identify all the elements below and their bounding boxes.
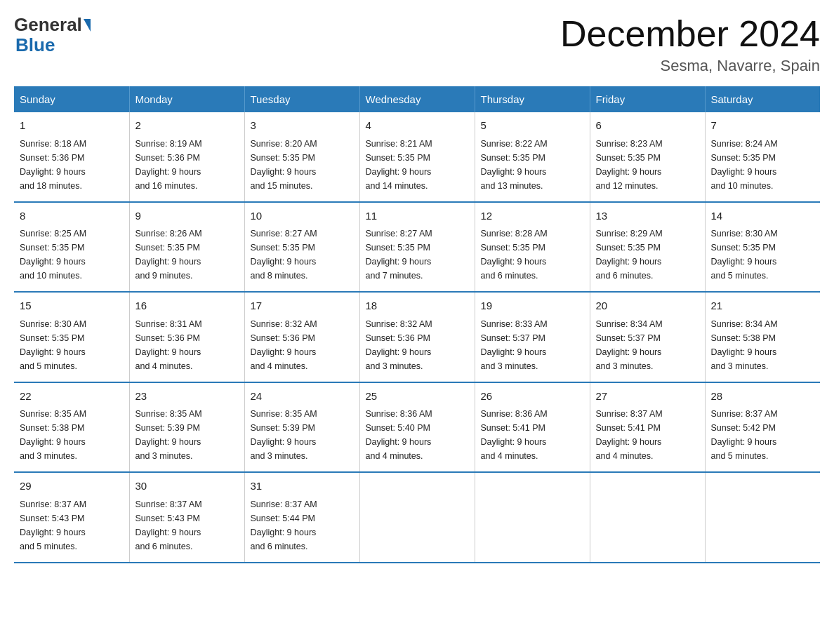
day-number: 29 — [20, 478, 124, 495]
calendar-cell: 7Sunrise: 8:24 AMSunset: 5:35 PMDaylight… — [705, 112, 820, 202]
day-number: 13 — [596, 208, 699, 224]
day-number: 1 — [20, 118, 124, 134]
day-info: Sunrise: 8:35 AMSunset: 5:38 PMDaylight:… — [20, 407, 124, 463]
logo-blue: Blue — [15, 34, 55, 55]
calendar-cell: 10Sunrise: 8:27 AMSunset: 5:35 PMDayligh… — [244, 202, 359, 293]
calendar-cell — [705, 472, 820, 563]
calendar-cell: 30Sunrise: 8:37 AMSunset: 5:43 PMDayligh… — [129, 472, 244, 563]
calendar-table: SundayMondayTuesdayWednesdayThursdayFrid… — [14, 86, 820, 563]
calendar-cell: 22Sunrise: 8:35 AMSunset: 5:38 PMDayligh… — [14, 382, 129, 473]
day-info: Sunrise: 8:27 AMSunset: 5:35 PMDaylight:… — [366, 227, 469, 283]
page-subtitle: Sesma, Navarre, Spain — [560, 57, 820, 75]
day-number: 23 — [135, 389, 239, 405]
day-info: Sunrise: 8:21 AMSunset: 5:35 PMDaylight:… — [366, 137, 469, 193]
day-number: 30 — [135, 478, 239, 495]
calendar-cell: 23Sunrise: 8:35 AMSunset: 5:39 PMDayligh… — [129, 382, 244, 473]
day-number: 8 — [20, 208, 124, 224]
calendar-cell: 1Sunrise: 8:18 AMSunset: 5:36 PMDaylight… — [14, 112, 129, 202]
day-number: 28 — [711, 389, 815, 405]
calendar-cell: 16Sunrise: 8:31 AMSunset: 5:36 PMDayligh… — [129, 292, 244, 382]
day-number: 22 — [20, 389, 124, 405]
day-number: 16 — [135, 298, 239, 314]
day-number: 31 — [251, 478, 354, 495]
day-number: 10 — [251, 208, 354, 224]
day-info: Sunrise: 8:20 AMSunset: 5:35 PMDaylight:… — [251, 137, 354, 193]
day-number: 15 — [20, 298, 124, 314]
calendar-cell: 8Sunrise: 8:25 AMSunset: 5:35 PMDaylight… — [14, 202, 129, 293]
day-info: Sunrise: 8:37 AMSunset: 5:44 PMDaylight:… — [251, 497, 354, 554]
calendar-week-row: 8Sunrise: 8:25 AMSunset: 5:35 PMDaylight… — [14, 202, 820, 293]
day-info: Sunrise: 8:24 AMSunset: 5:35 PMDaylight:… — [711, 137, 815, 193]
day-info: Sunrise: 8:34 AMSunset: 5:37 PMDaylight:… — [596, 317, 699, 373]
logo-text: General — [14, 14, 91, 36]
calendar-cell: 31Sunrise: 8:37 AMSunset: 5:44 PMDayligh… — [244, 472, 359, 563]
header-monday: Monday — [129, 86, 244, 112]
header-wednesday: Wednesday — [359, 86, 475, 112]
calendar-cell: 20Sunrise: 8:34 AMSunset: 5:37 PMDayligh… — [590, 292, 705, 382]
day-info: Sunrise: 8:33 AMSunset: 5:37 PMDaylight:… — [481, 317, 584, 373]
calendar-cell: 25Sunrise: 8:36 AMSunset: 5:40 PMDayligh… — [359, 382, 475, 473]
day-number: 12 — [481, 208, 584, 224]
day-info: Sunrise: 8:35 AMSunset: 5:39 PMDaylight:… — [251, 407, 354, 463]
logo-general: General — [14, 14, 82, 36]
day-info: Sunrise: 8:32 AMSunset: 5:36 PMDaylight:… — [251, 317, 354, 373]
day-number: 3 — [251, 118, 354, 134]
day-info: Sunrise: 8:23 AMSunset: 5:35 PMDaylight:… — [596, 137, 699, 193]
day-info: Sunrise: 8:19 AMSunset: 5:36 PMDaylight:… — [135, 137, 239, 193]
header-friday: Friday — [590, 86, 705, 112]
day-number: 4 — [366, 118, 469, 134]
calendar-cell: 9Sunrise: 8:26 AMSunset: 5:35 PMDaylight… — [129, 202, 244, 293]
day-number: 25 — [366, 389, 469, 405]
calendar-cell: 15Sunrise: 8:30 AMSunset: 5:35 PMDayligh… — [14, 292, 129, 382]
title-block: December 2024 Sesma, Navarre, Spain — [560, 14, 820, 75]
day-number: 11 — [366, 208, 469, 224]
calendar-cell — [359, 472, 475, 563]
day-number: 7 — [711, 118, 815, 134]
calendar-week-row: 22Sunrise: 8:35 AMSunset: 5:38 PMDayligh… — [14, 382, 820, 473]
day-info: Sunrise: 8:37 AMSunset: 5:42 PMDaylight:… — [711, 407, 815, 463]
day-info: Sunrise: 8:22 AMSunset: 5:35 PMDaylight:… — [481, 137, 584, 193]
day-number: 19 — [481, 298, 584, 314]
day-number: 20 — [596, 298, 699, 314]
day-number: 24 — [251, 389, 354, 405]
calendar-cell: 27Sunrise: 8:37 AMSunset: 5:41 PMDayligh… — [590, 382, 705, 473]
calendar-cell: 21Sunrise: 8:34 AMSunset: 5:38 PMDayligh… — [705, 292, 820, 382]
calendar-cell: 18Sunrise: 8:32 AMSunset: 5:36 PMDayligh… — [359, 292, 475, 382]
calendar-cell: 17Sunrise: 8:32 AMSunset: 5:36 PMDayligh… — [244, 292, 359, 382]
day-info: Sunrise: 8:30 AMSunset: 5:35 PMDaylight:… — [711, 227, 815, 283]
day-info: Sunrise: 8:32 AMSunset: 5:36 PMDaylight:… — [366, 317, 469, 373]
day-info: Sunrise: 8:29 AMSunset: 5:35 PMDaylight:… — [596, 227, 699, 283]
calendar-cell: 29Sunrise: 8:37 AMSunset: 5:43 PMDayligh… — [14, 472, 129, 563]
calendar-cell: 19Sunrise: 8:33 AMSunset: 5:37 PMDayligh… — [475, 292, 590, 382]
day-info: Sunrise: 8:34 AMSunset: 5:38 PMDaylight:… — [711, 317, 815, 373]
day-number: 27 — [596, 389, 699, 405]
calendar-cell: 12Sunrise: 8:28 AMSunset: 5:35 PMDayligh… — [475, 202, 590, 293]
calendar-week-row: 15Sunrise: 8:30 AMSunset: 5:35 PMDayligh… — [14, 292, 820, 382]
day-info: Sunrise: 8:37 AMSunset: 5:41 PMDaylight:… — [596, 407, 699, 463]
page-header: General Blue December 2024 Sesma, Navarr… — [14, 14, 820, 75]
day-info: Sunrise: 8:26 AMSunset: 5:35 PMDaylight:… — [135, 227, 239, 283]
header-sunday: Sunday — [14, 86, 129, 112]
calendar-week-row: 29Sunrise: 8:37 AMSunset: 5:43 PMDayligh… — [14, 472, 820, 563]
header-thursday: Thursday — [475, 86, 590, 112]
day-info: Sunrise: 8:36 AMSunset: 5:41 PMDaylight:… — [481, 407, 584, 463]
day-number: 5 — [481, 118, 584, 134]
day-info: Sunrise: 8:30 AMSunset: 5:35 PMDaylight:… — [20, 317, 124, 373]
day-info: Sunrise: 8:35 AMSunset: 5:39 PMDaylight:… — [135, 407, 239, 463]
calendar-header-row: SundayMondayTuesdayWednesdayThursdayFrid… — [14, 86, 820, 112]
calendar-cell: 6Sunrise: 8:23 AMSunset: 5:35 PMDaylight… — [590, 112, 705, 202]
calendar-cell: 5Sunrise: 8:22 AMSunset: 5:35 PMDaylight… — [475, 112, 590, 202]
calendar-cell: 14Sunrise: 8:30 AMSunset: 5:35 PMDayligh… — [705, 202, 820, 293]
day-info: Sunrise: 8:28 AMSunset: 5:35 PMDaylight:… — [481, 227, 584, 283]
calendar-cell: 3Sunrise: 8:20 AMSunset: 5:35 PMDaylight… — [244, 112, 359, 202]
day-info: Sunrise: 8:37 AMSunset: 5:43 PMDaylight:… — [135, 497, 239, 554]
header-tuesday: Tuesday — [244, 86, 359, 112]
day-info: Sunrise: 8:36 AMSunset: 5:40 PMDaylight:… — [366, 407, 469, 463]
day-info: Sunrise: 8:37 AMSunset: 5:43 PMDaylight:… — [20, 497, 124, 554]
day-number: 2 — [135, 118, 239, 134]
day-number: 21 — [711, 298, 815, 314]
day-number: 14 — [711, 208, 815, 224]
header-saturday: Saturday — [705, 86, 820, 112]
calendar-cell: 24Sunrise: 8:35 AMSunset: 5:39 PMDayligh… — [244, 382, 359, 473]
day-info: Sunrise: 8:18 AMSunset: 5:36 PMDaylight:… — [20, 137, 124, 193]
